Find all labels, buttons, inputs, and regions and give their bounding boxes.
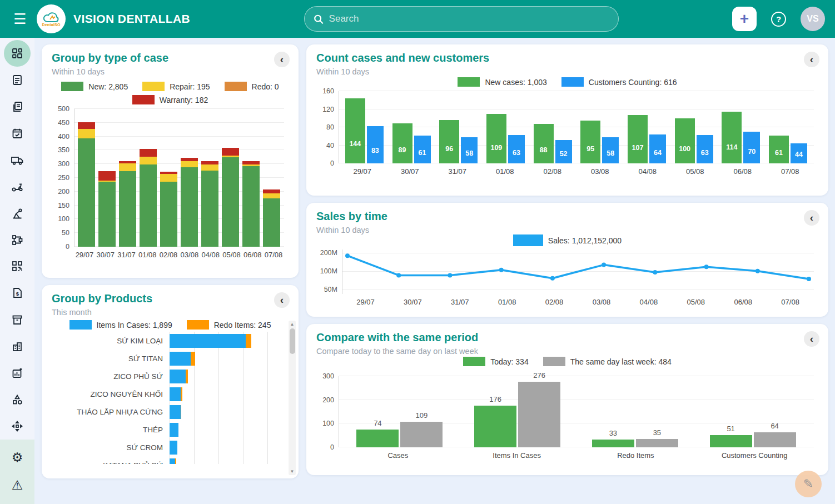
data-point[interactable]	[499, 268, 504, 272]
bar-group[interactable]	[181, 158, 198, 247]
bar-segment[interactable]	[140, 157, 157, 164]
data-point[interactable]	[807, 277, 811, 281]
data-point[interactable]	[345, 253, 350, 258]
bar-group[interactable]: 3335	[592, 439, 678, 447]
bar-segment[interactable]	[222, 148, 239, 156]
bar-segment[interactable]	[78, 129, 95, 138]
bar[interactable]: 95	[580, 121, 600, 163]
bar-segment[interactable]	[242, 166, 260, 247]
product-row[interactable]: THÉP	[52, 421, 277, 438]
sidebar-item-scooter[interactable]	[4, 173, 31, 200]
bar[interactable]: 61	[769, 136, 789, 163]
bar[interactable]: 64	[754, 432, 796, 447]
sidebar-item-dashboard[interactable]	[4, 40, 31, 67]
bar-group[interactable]: 10764	[628, 115, 666, 163]
hamburger-menu-button[interactable]: ☰	[10, 11, 30, 28]
sidebar-item-documents[interactable]	[4, 93, 31, 120]
bar[interactable]: 100	[675, 118, 695, 163]
sidebar-item-qr-scan[interactable]	[4, 253, 31, 280]
bar-segment[interactable]	[263, 198, 280, 247]
bar[interactable]: 96	[439, 120, 459, 163]
product-row[interactable]: THÁO LẮP NHỰA CỨNG	[52, 403, 277, 421]
add-button[interactable]: +	[732, 7, 757, 31]
sidebar-item-cases[interactable]	[4, 67, 31, 93]
bar[interactable]: 61	[414, 136, 431, 163]
help-button[interactable]: ?	[771, 12, 786, 27]
bar-group[interactable]: 74109	[356, 422, 443, 448]
sidebar-item-schedule[interactable]	[4, 120, 31, 147]
bar-group[interactable]: 14483	[345, 98, 384, 163]
legend-item[interactable]: Items In Cases: 1,899	[69, 320, 172, 330]
data-point[interactable]	[653, 270, 657, 275]
search-input[interactable]	[329, 13, 609, 24]
bar[interactable]: 63	[508, 135, 525, 163]
bar-group[interactable]	[263, 189, 280, 247]
bar-segment[interactable]	[222, 157, 239, 247]
product-row[interactable]: SỨ CROM	[52, 438, 277, 456]
bar-segment[interactable]	[191, 352, 195, 366]
legend-item[interactable]: Redo Items: 245	[187, 320, 271, 330]
sidebar-item-workflow[interactable]	[4, 227, 31, 253]
bar-segment[interactable]	[201, 164, 218, 171]
bar-group[interactable]: 10063	[675, 118, 713, 163]
legend-item[interactable]: New cases: 1,003	[458, 77, 546, 87]
user-avatar[interactable]: VS	[801, 7, 825, 31]
bar[interactable]: 74	[356, 430, 399, 447]
bar[interactable]: 176	[474, 406, 516, 447]
legend-item[interactable]: Warranty: 182	[132, 95, 208, 104]
bar[interactable]: 276	[518, 382, 560, 447]
bar-segment[interactable]	[160, 182, 177, 247]
search-bar[interactable]	[304, 6, 619, 32]
bar-segment[interactable]	[140, 149, 157, 157]
bar-segment[interactable]	[170, 370, 186, 383]
bar[interactable]: 89	[392, 123, 412, 163]
collapse-button[interactable]: ‹	[804, 210, 819, 226]
legend-item[interactable]: Repair: 195	[142, 82, 210, 91]
data-point[interactable]	[602, 263, 606, 267]
bar-segment[interactable]	[170, 387, 181, 401]
bar[interactable]: 58	[602, 137, 619, 163]
bar-segment[interactable]	[181, 161, 198, 167]
bar-segment[interactable]	[170, 441, 177, 455]
collapse-button[interactable]: ‹	[274, 52, 290, 67]
bar-segment[interactable]	[263, 189, 280, 193]
bar[interactable]: 109	[486, 114, 506, 163]
bar-group[interactable]: 9658	[439, 120, 478, 163]
bar-group[interactable]	[78, 122, 95, 247]
bar-group[interactable]: 5164	[710, 432, 796, 447]
sidebar-item-invoice[interactable]: $	[4, 280, 31, 306]
bar-segment[interactable]	[160, 174, 177, 182]
product-row[interactable]: ZICO NGUYÊN KHỐI	[52, 385, 277, 403]
bar-segment[interactable]	[170, 458, 175, 465]
bar[interactable]: 64	[649, 134, 666, 163]
bar-group[interactable]	[119, 161, 136, 247]
sidebar-item-milling[interactable]	[4, 200, 31, 227]
bar-group[interactable]: 9558	[580, 121, 619, 163]
bar-group[interactable]: 8852	[534, 124, 572, 164]
bar-segment[interactable]	[246, 334, 252, 348]
bar-segment[interactable]	[170, 334, 246, 348]
bar-group[interactable]	[140, 149, 157, 247]
bar[interactable]: 107	[628, 115, 648, 163]
bar-segment[interactable]	[170, 405, 181, 419]
bar-group[interactable]	[160, 172, 177, 247]
collapse-button[interactable]: ‹	[804, 52, 819, 67]
bar[interactable]: 144	[345, 98, 365, 163]
bar-group[interactable]: 10963	[486, 114, 525, 163]
data-point[interactable]	[704, 265, 709, 269]
data-point[interactable]	[756, 269, 760, 273]
sidebar-item-company[interactable]	[4, 333, 31, 360]
bar-segment[interactable]	[181, 405, 182, 419]
legend-item[interactable]: The same day last week: 484	[543, 357, 672, 366]
bar-group[interactable]: 8961	[392, 123, 431, 163]
sidebar-item-warnings[interactable]: ⚠	[4, 472, 31, 498]
sidebar-item-archive[interactable]	[4, 306, 31, 333]
product-row[interactable]: ZICO PHỦ SỨ	[52, 367, 277, 385]
bar[interactable]: 109	[400, 422, 443, 448]
product-row[interactable]: KATANA PHỦ SỨ	[52, 456, 277, 464]
bar-segment[interactable]	[170, 423, 178, 437]
chart-scrollbar[interactable]: ▲ ▼	[289, 321, 296, 475]
bar-segment[interactable]	[78, 122, 95, 129]
bar-segment[interactable]	[119, 163, 136, 171]
scroll-down-icon[interactable]: ▼	[289, 469, 296, 474]
